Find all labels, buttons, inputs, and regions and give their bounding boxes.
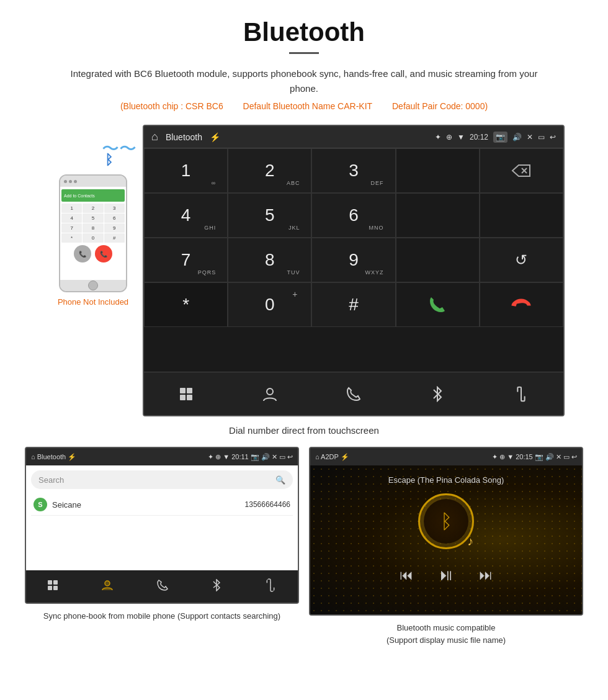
music-controls: ⏮ ⏯ ⏭ <box>400 559 493 591</box>
next-track-button[interactable]: ⏭ <box>479 567 493 583</box>
dial-key-8[interactable]: 8 TUV <box>228 238 311 282</box>
svg-point-6 <box>267 388 273 395</box>
contacts-toolbar-link[interactable] <box>264 579 277 595</box>
android-statusbar: ⌂ Bluetooth ⚡ ✦ ⊕ ▼ 20:12 📷 🔊 ✕ ▭ ↩ <box>144 126 563 148</box>
bt-status-icon: ✦ <box>435 133 441 141</box>
contacts-toolbar <box>26 570 298 603</box>
volume-icon: 🔊 <box>512 133 522 141</box>
home-icon[interactable]: ⌂ <box>151 130 158 143</box>
contacts-toolbar-bt[interactable] <box>212 579 221 595</box>
phone-key-4: 4 <box>61 213 82 223</box>
phone-bottom-bar <box>60 280 126 291</box>
signal-icon: ▼ <box>457 133 465 141</box>
contacts-toolbar-grid[interactable] <box>47 580 58 594</box>
contacts-caption: Sync phone-book from mobile phone (Suppo… <box>43 610 280 622</box>
music-info: Escape (The Pina Colada Song) ᛒ ♪ ⏮ ⏯ ⏭ <box>310 465 582 601</box>
contacts-toolbar-phone[interactable] <box>156 579 169 595</box>
statusbar-right: ✦ ⊕ ▼ 20:12 📷 🔊 ✕ ▭ ↩ <box>435 132 556 143</box>
song-title: Escape (The Pina Colada Song) <box>388 475 504 485</box>
music-content: Escape (The Pina Colada Song) ᛒ ♪ ⏮ ⏯ ⏭ <box>310 465 582 614</box>
contacts-search-bar[interactable]: Search 🔍 <box>31 470 293 489</box>
spec-name: Default Bluetooth Name CAR-KIT <box>243 101 373 111</box>
contacts-statusbar-right: ✦ ⊕ ▼ 20:11 📷 🔊 ✕ ▭ ↩ <box>208 453 293 461</box>
contacts-statusbar: ⌂ Bluetooth ⚡ ✦ ⊕ ▼ 20:11 📷 🔊 ✕ ▭ ↩ <box>26 448 298 465</box>
music-screen: ⌂ A2DP ⚡ ✦ ⊕ ▼ 20:15 📷 🔊 ✕ ▭ ↩ Escape (T… <box>309 447 583 616</box>
album-art: ᛒ ♪ <box>418 493 474 549</box>
dial-key-7[interactable]: 7 PQRS <box>144 238 228 282</box>
contact-row[interactable]: S Seicane 13566664466 <box>31 494 293 516</box>
search-placeholder: Search <box>38 475 64 485</box>
window-icon: ▭ <box>538 133 545 141</box>
specs-line: (Bluetooth chip : CSR BC6 Default Blueto… <box>0 101 608 111</box>
dial-key-star[interactable]: * <box>144 282 228 327</box>
spec-chip: (Bluetooth chip : CSR BC6 <box>120 101 223 111</box>
phone-key-3: 3 <box>104 204 125 213</box>
usb-icon: ⚡ <box>210 132 220 142</box>
location-icon: ⊕ <box>446 133 452 141</box>
toolbar-link-icon[interactable] <box>506 379 537 410</box>
svg-rect-10 <box>48 586 52 590</box>
contacts-screenshot-block: ⌂ Bluetooth ⚡ ✦ ⊕ ▼ 20:11 📷 🔊 ✕ ▭ ↩ Sear… <box>25 447 299 646</box>
page-title: Bluetooth <box>0 0 608 52</box>
main-screenshot-area: 〜〜 ᛒ Add to Contacts 1 2 3 4 5 6 7 <box>0 125 608 416</box>
title-divider <box>289 52 319 54</box>
bluetooth-symbol-icon: ᛒ <box>105 152 113 168</box>
add-contacts-label: Add to Contacts <box>64 194 95 198</box>
toolbar-phone-icon[interactable] <box>338 379 369 410</box>
dial-key-3[interactable]: 3 DEF <box>311 148 395 193</box>
dial-backspace-key[interactable] <box>480 148 563 193</box>
close-icon: ✕ <box>527 133 533 141</box>
dial-end-button[interactable] <box>480 282 563 327</box>
statusbar-left: ⌂ Bluetooth ⚡ <box>151 130 220 143</box>
phone-end-icon: 📞 <box>95 245 112 262</box>
dial-input-display <box>396 148 480 193</box>
svg-point-12 <box>105 581 110 586</box>
contacts-toolbar-person[interactable] <box>101 579 114 595</box>
dial-key-hash[interactable]: # <box>311 282 395 327</box>
android-dialer-screen: ⌂ Bluetooth ⚡ ✦ ⊕ ▼ 20:12 📷 🔊 ✕ ▭ ↩ 1 ∞ <box>143 125 565 416</box>
contacts-statusbar-left: ⌂ Bluetooth ⚡ <box>31 453 76 461</box>
svg-line-13 <box>267 582 272 587</box>
camera-icon: 📷 <box>493 132 507 143</box>
svg-rect-5 <box>187 395 192 400</box>
toolbar-contacts-icon[interactable] <box>254 379 285 410</box>
dial-refresh-key[interactable]: ↺ <box>480 238 563 282</box>
phone-key-9: 9 <box>104 223 125 233</box>
dial-key-0[interactable]: 0 + <box>228 282 311 327</box>
dial-display-3 <box>396 238 480 282</box>
play-pause-button[interactable]: ⏯ <box>438 565 454 585</box>
svg-rect-3 <box>187 388 192 393</box>
phone-mockup: 〜〜 ᛒ Add to Contacts 1 2 3 4 5 6 7 <box>43 125 143 416</box>
svg-rect-2 <box>180 388 186 393</box>
music-note-icon: ♪ <box>467 534 473 549</box>
main-caption: Dial number direct from touchscreen <box>0 425 608 436</box>
svg-rect-4 <box>180 395 186 400</box>
dial-key-1[interactable]: 1 ∞ <box>144 148 228 193</box>
dial-key-6[interactable]: 6 MNO <box>311 193 395 238</box>
search-icon: 🔍 <box>275 475 285 485</box>
dial-key-4[interactable]: 4 GHI <box>144 193 228 238</box>
contact-name: Seicane <box>52 500 240 509</box>
bt-music-icon: ᛒ <box>440 510 452 533</box>
dial-empty-2 <box>480 193 563 238</box>
phone-key-5: 5 <box>83 213 103 223</box>
dial-key-9[interactable]: 9 WXYZ <box>311 238 395 282</box>
bottom-screenshots: ⌂ Bluetooth ⚡ ✦ ⊕ ▼ 20:11 📷 🔊 ✕ ▭ ↩ Sear… <box>0 447 608 646</box>
spec-code: Default Pair Code: 0000) <box>392 101 488 111</box>
phone-home-button <box>88 280 98 290</box>
dial-key-2[interactable]: 2 ABC <box>228 148 311 193</box>
phone-key-2: 2 <box>83 204 103 213</box>
back-icon[interactable]: ↩ <box>550 133 556 141</box>
toolbar-grid-icon[interactable] <box>171 379 202 410</box>
prev-track-button[interactable]: ⏮ <box>400 567 413 583</box>
phone-key-star: * <box>61 233 82 243</box>
dial-key-5[interactable]: 5 JKL <box>228 193 311 238</box>
phone-top-bar <box>60 176 126 187</box>
phone-key-6: 6 <box>104 213 125 223</box>
phone-screen: Add to Contacts 1 2 3 4 5 6 7 8 9 * 0 # <box>60 187 126 280</box>
dial-call-button[interactable] <box>396 282 480 327</box>
contact-letter: S <box>34 498 47 511</box>
phone-keypad: 1 2 3 4 5 6 7 8 9 * 0 # <box>61 204 125 243</box>
toolbar-bluetooth-icon[interactable] <box>422 379 453 410</box>
contacts-screen: ⌂ Bluetooth ⚡ ✦ ⊕ ▼ 20:11 📷 🔊 ✕ ▭ ↩ Sear… <box>25 447 299 604</box>
